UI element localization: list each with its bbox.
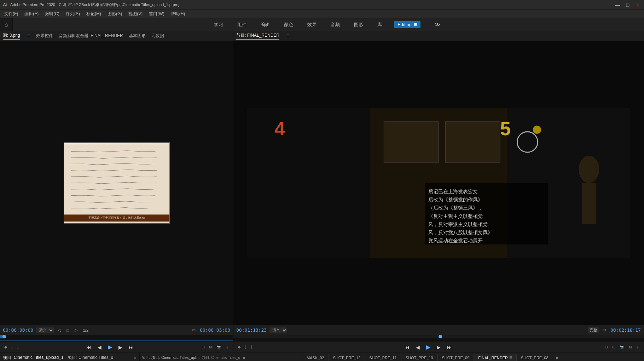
source-next-frame-icon[interactable]: ▷ [73,327,79,333]
program-add-icon[interactable]: + [635,343,641,351]
tl-tab-shot11[interactable]: SHOT_PRE_11 [365,354,401,361]
project-tab-2[interactable]: 项目: Cinematic Titles_u [68,355,113,361]
source-image-svg: 毛泽东读《甲申三百年祭》后，致郭沫着的信 [64,143,169,223]
program-transport-left: ◆ ⌊ ⌋ [236,344,253,350]
program-out-icon[interactable]: ⌋ [249,344,253,350]
nav-audio[interactable]: 音频 [329,20,342,29]
close-button[interactable]: ✕ [634,1,641,8]
menu-file[interactable]: 文件(F) [1,10,21,18]
source-overlay-icon[interactable]: ⊠ [208,344,214,350]
source-timecode[interactable]: 00:00:00:00 [3,327,33,333]
tl-sequence-tabs: MASK_02 SHOT_PRE_12 SHOT_PRE_11 SHOT_PRE… [302,354,644,361]
tl-tab-shot10[interactable]: SHOT_PRE_10 [401,354,438,361]
source-scissors-icon[interactable]: ✂ [191,327,197,333]
svg-text:风，反对党八股以整顿文风》: 风，反对党八股以整顿文风》 [428,230,493,235]
program-scrubber-track[interactable] [233,335,644,338]
source-video-viewer: 毛泽东读《甲申三百年祭》后，致郭沫着的信 [0,41,233,325]
source-panel-tabs: 源: 3.png ☰ 效果控件 音频剪辑混合器: FINAL_RENDER 基本… [0,31,233,41]
source-add-icon[interactable]: + [224,343,230,351]
tab-metadata[interactable]: 元数据 [151,32,164,40]
home-icon: ⌂ [5,22,8,28]
tl-tab-shot09[interactable]: SHOT_PRE_09 [438,354,474,361]
menu-window[interactable]: 窗口(W) [146,10,167,18]
source-caption-text: 毛泽东读《甲申三百年祭》后，致郭沫着的信 [88,216,145,219]
project-panel-more[interactable]: » [134,355,137,360]
source-camera-icon[interactable]: 📷 [215,344,223,350]
tab-effects-controls[interactable]: 效果控件 [36,32,53,40]
source-fit-select[interactable]: 适合 [36,327,54,333]
nav-graphics[interactable]: 图形 [352,20,365,29]
tab-source-menu[interactable]: ☰ [27,34,30,38]
source-marker-icon[interactable]: ◆ [3,344,8,350]
source-prev-frame-icon[interactable]: ◁ [57,327,62,333]
nav-color[interactable]: 颜色 [282,20,295,29]
program-fit-select[interactable]: 适合 [269,327,287,333]
tl-more-seq-tabs[interactable]: » [553,355,561,360]
project-tabs: 项目: Cinematic Titles_upload_1 项目: Cinema… [0,353,139,361]
menu-graphics[interactable]: 图形(G) [105,10,125,18]
nav-library[interactable]: 库 [375,20,384,29]
program-lift-icon[interactable]: ⊟ [603,344,609,350]
program-panel-menu[interactable]: ☰ [286,34,290,38]
source-in-icon[interactable]: ⌊ [10,344,14,350]
program-prev-icon[interactable]: ◀ [414,344,422,351]
tab-source[interactable]: 源: 3.png [3,32,20,40]
program-scissors-icon[interactable]: ✂ [602,327,608,333]
nav-learn[interactable]: 学习 [212,20,225,29]
tl-tab-shot08[interactable]: SHOT_PRE_08 [517,354,553,361]
menu-view[interactable]: 视图(V) [126,10,145,18]
tab-audio-mixer[interactable]: 音频剪辑混合器: FINAL_RENDER [59,32,123,40]
program-trim-icon[interactable]: ⊠ [627,344,633,350]
tl-tab-final[interactable]: FINAL_RENDER ☰ [474,354,517,361]
tl-more-tabs[interactable]: » [243,355,245,360]
program-panel: 节目: FINAL_RENDER ☰ 4 5 [233,31,644,353]
program-quality-select[interactable]: 完整 [588,327,599,333]
program-scrubber-handle[interactable] [439,335,442,338]
program-next-icon[interactable]: ▶ [435,344,443,351]
source-next-icon[interactable]: ▶ [116,344,124,351]
program-timecode[interactable]: 00:01:13:23 [236,327,267,333]
source-go-start-icon[interactable]: ⏮ [84,344,93,351]
menu-mark[interactable]: 标记(M) [83,10,104,18]
tab-essential-graphics[interactable]: 基本图形 [129,32,146,40]
titlebar: Ai Adobe Premiere Pro 2020 - C:\用户\HP ZB… [0,0,644,10]
tl-tab-mask02[interactable]: MASK_02 [302,354,329,361]
source-prev-icon[interactable]: ◀ [95,344,104,351]
menu-help[interactable]: 帮助(H) [168,10,188,18]
source-go-end-icon[interactable]: ⏭ [127,344,136,351]
app-logo: Ai [3,2,7,7]
program-go-end-icon[interactable]: ⏭ [445,344,454,351]
source-out-icon[interactable]: ⌋ [16,344,20,350]
source-scrubber-handle[interactable] [2,335,6,338]
home-button[interactable]: ⌂ [0,18,13,31]
tl-tab-shot12[interactable]: SHOT_PRE_12 [329,354,365,361]
menubar: 文件(F) 编辑(E) 剪辑(C) 序列(S) 标记(M) 图形(G) 视图(V… [0,10,644,18]
program-play-button[interactable]: ▶ [424,343,433,351]
menu-sequence[interactable]: 序列(S) [63,10,83,18]
program-total: 00:02:18:17 [610,327,641,333]
program-extract-icon[interactable]: ⊞ [611,344,617,350]
source-transport: ◆ ⌊ ⌋ ⏮ ◀ ▶ ▶ ⏭ ⊞ ⊠ 📷 + [0,341,233,353]
source-transport-left: ◆ ⌊ ⌋ [3,344,20,350]
project-tab-1[interactable]: 项目: Cinematic Titles_upload_1 [3,355,63,361]
tl-proj-sep: 项目: Cinematic Titles_u [202,355,240,360]
source-time-controls: 00:00:00:00 适合 ◁ □ ▷ 1/2 ✂ 00:00:05:00 [0,325,233,335]
menu-clip[interactable]: 剪辑(C) [42,10,62,18]
nav-assembly[interactable]: 组件 [235,20,249,29]
minimize-button[interactable]: — [614,1,621,8]
maximize-button[interactable]: □ [624,1,631,8]
source-play-button[interactable]: ▶ [106,343,114,351]
program-camera-icon[interactable]: 📷 [618,344,626,350]
program-go-start-icon[interactable]: ⏮ [402,344,412,351]
source-scrubber-track[interactable] [0,335,233,338]
more-workspaces-button[interactable]: ≫ [430,21,445,28]
program-in-icon[interactable]: ⌊ [243,344,248,350]
menu-edit[interactable]: 编辑(E) [22,10,41,18]
program-marker-icon[interactable]: ◆ [236,344,242,350]
source-image-wrapper: 毛泽东读《甲申三百年祭》后，致郭沫着的信 [64,142,170,224]
source-insert-icon[interactable]: ⊞ [200,344,206,350]
svg-text:后改为《整顿党的作风》: 后改为《整顿党的作风》 [428,197,483,202]
nav-edit[interactable]: 编辑 [259,20,272,29]
editing-badge[interactable]: Editing ☰ [394,21,420,28]
nav-effects[interactable]: 效果 [305,20,319,29]
